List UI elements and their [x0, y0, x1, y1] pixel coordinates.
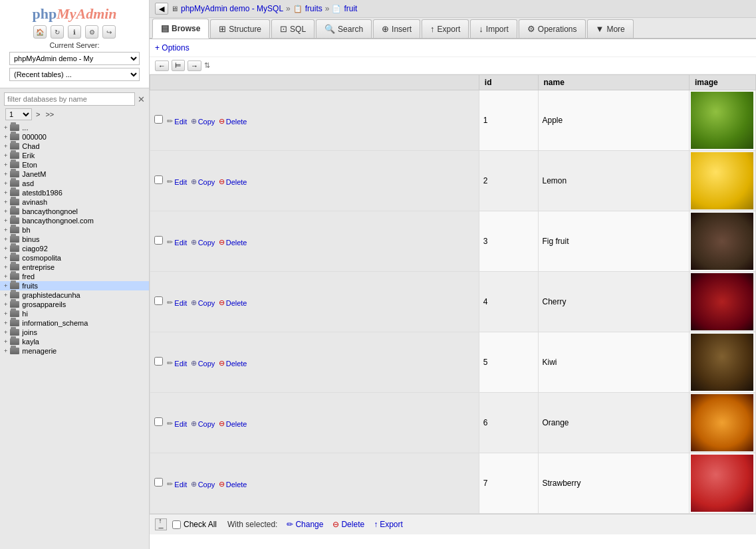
edit-link[interactable]: ✏Edit [167, 480, 187, 489]
sidebar-item-JanetM[interactable]: + JanetM [0, 169, 149, 179]
tab-import[interactable]: ↓ Import [470, 19, 517, 38]
db-filter-clear-button[interactable]: ✕ [138, 94, 145, 104]
name-cell: Cherry [538, 272, 690, 332]
name-cell: Orange [538, 393, 690, 453]
expand-icons: + [4, 189, 7, 196]
main-content: ◀ 🖥 phpMyAdmin demo - MySQL » 📋 fruits »… [150, 0, 756, 549]
tab-structure[interactable]: ⊞ Structure [210, 19, 270, 38]
edit-link[interactable]: ✏Edit [167, 117, 187, 126]
breadcrumb-table-link[interactable]: fruit [344, 4, 357, 13]
tab-more[interactable]: ▼ More [587, 19, 634, 38]
delete-link[interactable]: ⊖Delete [219, 480, 247, 489]
row-checkbox[interactable] [154, 296, 163, 305]
home-icon[interactable]: 🏠 [33, 25, 47, 39]
row-checkbox[interactable] [154, 357, 163, 366]
tab-browse[interactable]: ▤ Browse [152, 19, 209, 39]
settings-icon[interactable]: ⚙ [85, 25, 98, 39]
sidebar-item-graphistedacunha[interactable]: + graphistedacunha [0, 290, 149, 300]
sidebar-item-bancaythongnoel[interactable]: + bancaythongnoel [0, 207, 149, 216]
sidebar-item-binus[interactable]: + binus [0, 235, 149, 244]
edit-link[interactable]: ✏Edit [167, 238, 187, 247]
id-cell: 1 [479, 90, 538, 151]
expand-icons: + [4, 273, 7, 280]
options-link[interactable]: + Options [155, 43, 189, 53]
sidebar-item-atestdb1986[interactable]: + atestdb1986 [0, 188, 149, 197]
row-checkbox[interactable] [154, 478, 163, 487]
sidebar-item-bancaythongnoel_com[interactable]: + bancaythongnoel.com [0, 216, 149, 225]
tab-sql[interactable]: ⊡ SQL [271, 19, 315, 38]
sidebar-item-kayla[interactable]: + kayla [0, 337, 149, 346]
sidebar-item-asd[interactable]: + asd [0, 179, 149, 188]
server-select[interactable]: phpMyAdmin demo - My [9, 52, 140, 65]
row-delete-icon: ⊖ [219, 480, 225, 489]
page-select[interactable]: 1 [5, 108, 32, 120]
row-checkbox[interactable] [154, 175, 163, 184]
sidebar-item-Eton[interactable]: + Eton [0, 160, 149, 169]
row-checkbox[interactable] [154, 115, 163, 124]
sidebar-item-cosmopolita[interactable]: + cosmopolita [0, 253, 149, 263]
fruit-image-apple [691, 92, 753, 149]
sidebar-item-avinash[interactable]: + avinash [0, 197, 149, 207]
tab-export[interactable]: ↑ Export [422, 19, 469, 38]
copy-link[interactable]: ⊕Copy [191, 359, 215, 368]
tab-insert[interactable]: ⊕ Insert [373, 19, 420, 38]
page-next-button[interactable]: > [35, 110, 41, 118]
row-checkbox[interactable] [154, 236, 163, 245]
tab-search[interactable]: 🔍 Search [316, 19, 372, 38]
copy-link[interactable]: ⊕Copy [191, 117, 215, 126]
nav-first-button[interactable]: ⊨ [172, 60, 185, 71]
delete-link[interactable]: ⊖Delete [219, 177, 247, 186]
breadcrumb-back-button[interactable]: ◀ [155, 3, 168, 15]
row-checkbox[interactable] [154, 417, 163, 426]
edit-link[interactable]: ✏Edit [167, 298, 187, 307]
sidebar-item-Chad[interactable]: + Chad [0, 142, 149, 151]
copy-link[interactable]: ⊕Copy [191, 298, 215, 307]
nav-prev-button[interactable]: ← [155, 60, 169, 71]
sidebar-item-000000[interactable]: + 000000 [0, 132, 149, 142]
recent-tables-select[interactable]: (Recent tables) ... [9, 68, 140, 81]
copy-link[interactable]: ⊕Copy [191, 419, 215, 428]
delete-link[interactable]: ⊖Delete [219, 298, 247, 307]
change-label: Change [295, 520, 323, 529]
sidebar-item-information_schema[interactable]: + information_schema [0, 318, 149, 328]
delete-link[interactable]: ⊖Delete [219, 359, 247, 368]
info-icon[interactable]: ℹ [68, 25, 81, 39]
copy-link[interactable]: ⊕Copy [191, 177, 215, 186]
check-all-checkbox[interactable] [172, 520, 181, 529]
change-button[interactable]: ✏ Change [287, 520, 323, 529]
edit-link[interactable]: ✏Edit [167, 359, 187, 368]
image-cell [690, 211, 756, 272]
sidebar-item-grosappareils[interactable]: + grosappareils [0, 300, 149, 309]
delete-button[interactable]: ⊖ Delete [332, 520, 364, 529]
page-last-button[interactable]: >> [44, 110, 55, 118]
delete-link[interactable]: ⊖Delete [219, 419, 247, 428]
edit-link[interactable]: ✏Edit [167, 177, 187, 186]
db-icon [10, 273, 19, 280]
sidebar-item-fred[interactable]: + fred [0, 272, 149, 281]
nav-next-button[interactable]: → [188, 60, 201, 71]
sidebar-item-___[interactable]: + ... [0, 123, 149, 132]
sidebar-item-hi[interactable]: + hi [0, 309, 149, 318]
copy-link[interactable]: ⊕Copy [191, 238, 215, 247]
logout-icon[interactable]: ↪ [102, 25, 116, 39]
id-cell: 6 [479, 393, 538, 453]
sidebar-item-entreprise[interactable]: + entreprise [0, 263, 149, 272]
delete-link[interactable]: ⊖Delete [219, 238, 247, 247]
sidebar-item-fruits[interactable]: + fruits [0, 281, 149, 290]
sidebar-item-joins[interactable]: + joins [0, 328, 149, 337]
breadcrumb-db-link[interactable]: fruits [305, 4, 322, 13]
delete-link[interactable]: ⊖Delete [219, 117, 247, 126]
db-name: graphistedacunha [22, 291, 80, 299]
sidebar-item-ciago92[interactable]: + ciago92 [0, 244, 149, 253]
tab-operations[interactable]: ⚙ Operations [519, 19, 586, 38]
reload-icon[interactable]: ↻ [51, 25, 64, 39]
db-filter-input[interactable] [4, 92, 135, 106]
db-icon [10, 310, 19, 317]
breadcrumb-server-link[interactable]: phpMyAdmin demo - MySQL [181, 4, 283, 13]
sidebar-item-Erik[interactable]: + Erik [0, 151, 149, 160]
sidebar-item-bh[interactable]: + bh [0, 225, 149, 235]
sidebar-item-menagerie[interactable]: + menagerie [0, 346, 149, 356]
export-button[interactable]: ↑ Export [374, 520, 403, 529]
copy-link[interactable]: ⊕Copy [191, 480, 215, 489]
edit-link[interactable]: ✏Edit [167, 419, 187, 428]
